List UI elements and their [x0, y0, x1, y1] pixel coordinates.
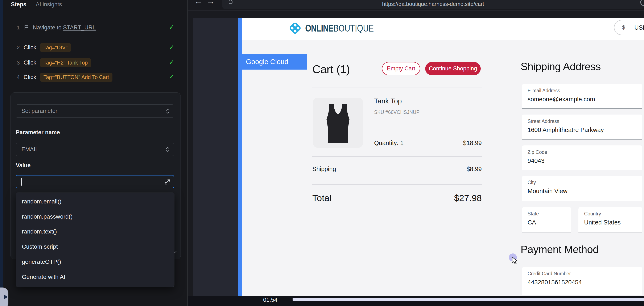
- viewport-gutter: [193, 18, 238, 296]
- sidebar-collapse-handle[interactable]: [0, 288, 8, 306]
- country-field[interactable]: Country United States: [578, 207, 642, 232]
- city-field-label: City: [528, 180, 642, 185]
- step-number: 3: [15, 60, 20, 66]
- product-quantity: Quantity: 1: [374, 140, 404, 146]
- dropdown-item-random-text[interactable]: random.text(): [22, 227, 168, 236]
- city-field-value: Mountain View: [528, 188, 642, 194]
- dropdown-item-random-password[interactable]: random.password(): [22, 212, 168, 221]
- forward-button[interactable]: →: [206, 0, 215, 6]
- step-row-4[interactable]: 4 Click Tag="BUTTON" Add To Cart: [15, 72, 170, 82]
- site-logo-text: ONLINEBOUTIQUE: [305, 22, 374, 35]
- flag-icon: [24, 25, 29, 30]
- currency-selector[interactable]: $ USD: [614, 20, 644, 35]
- divider: [312, 87, 482, 88]
- shipping-price: $8.99: [442, 166, 482, 172]
- shipping-address-title: Shipping Address: [520, 60, 601, 73]
- mouse-cursor-icon: [511, 256, 518, 265]
- dropdown-item-generate-with-ai[interactable]: Generate with AI: [22, 272, 168, 282]
- step-4-check-icon: ✓: [169, 73, 174, 81]
- set-parameter-placeholder: Set parameter: [22, 108, 166, 114]
- chevron-up-down-icon: [166, 146, 170, 152]
- set-parameter-select[interactable]: Set parameter: [16, 104, 174, 118]
- parameter-name-label: Parameter name: [16, 129, 60, 136]
- total-label: Total: [312, 193, 332, 203]
- google-cloud-banner-label: Google Cloud: [246, 54, 288, 70]
- parameter-name-value: EMAIL: [22, 146, 166, 153]
- product-price: $18.99: [442, 140, 482, 146]
- url-bar[interactable]: https://qa.boutique.harness-demo.site/ca…: [222, 0, 644, 9]
- browser-chrome: ← → https://qa.boutique.harness-demo.sit…: [188, 0, 644, 11]
- zip-field-label: Zip Code: [528, 150, 642, 155]
- credit-card-label: Credit Card Number: [528, 271, 642, 276]
- step-action: Click: [24, 74, 36, 80]
- site-logo[interactable]: ONLINEBOUTIQUE: [288, 22, 391, 35]
- left-accent-strip: [0, 0, 3, 306]
- step-row-2[interactable]: 2 Click Tag="DIV": [15, 43, 170, 52]
- country-field-label: Country: [584, 211, 642, 217]
- payment-method-title: Payment Method: [520, 243, 598, 256]
- shipping-label: Shipping: [312, 166, 336, 172]
- street-field-label: Street Address: [528, 118, 642, 124]
- email-field[interactable]: E-mail Address someone@example.com: [522, 84, 642, 109]
- email-field-value: someone@example.com: [528, 96, 642, 103]
- logo-text-light: BOUTIQUE: [333, 23, 374, 34]
- sidebar-tabs-divider: [3, 10, 187, 10]
- step-label: Navigate to START_URL: [33, 24, 96, 31]
- tab-ai-insights[interactable]: AI insights: [36, 1, 62, 8]
- step-row-1[interactable]: 1 Navigate to START_URL: [15, 23, 170, 32]
- step-number: 2: [15, 44, 20, 51]
- step-action: Click: [24, 44, 36, 51]
- step-1-check-icon: ✓: [169, 23, 174, 31]
- app-root: Steps AI insights 1 Navigate to START_UR…: [0, 0, 644, 306]
- cart-title: Cart (1): [312, 63, 350, 76]
- step-2-check-icon: ✓: [169, 43, 174, 51]
- product-name: Tank Top: [374, 97, 402, 105]
- street-field-value: 1600 Amphitheatre Parkway: [528, 126, 642, 134]
- empty-cart-button[interactable]: Empty Cart: [382, 62, 420, 75]
- value-label: Value: [16, 162, 31, 169]
- country-field-value: United States: [584, 219, 642, 226]
- player-timestamp: 01:54: [263, 297, 278, 303]
- product-sku: SKU #66VCHSJNUP: [374, 110, 420, 115]
- player-bar: [188, 296, 644, 306]
- sidebar-right-border: [187, 0, 188, 306]
- state-field[interactable]: State CA: [522, 207, 571, 232]
- value-suggestions-dropdown: random.email() random.password() random.…: [16, 192, 174, 287]
- step-target-badge: Tag="DIV": [40, 43, 71, 52]
- parameter-name-select[interactable]: EMAIL: [16, 143, 174, 156]
- url-text: https://qa.boutique.harness-demo.site/ca…: [222, 1, 644, 7]
- currency-code: USD: [634, 24, 644, 31]
- value-input[interactable]: [16, 175, 174, 188]
- online-boutique-logo-icon: [288, 22, 302, 35]
- dropdown-item-generate-otp[interactable]: generateOTP(): [22, 257, 168, 266]
- start-url-link[interactable]: START_URL: [63, 24, 96, 31]
- city-field[interactable]: City Mountain View: [522, 176, 642, 201]
- credit-card-field[interactable]: Credit Card Number 4432801561520454: [522, 267, 642, 295]
- google-cloud-banner: Google Cloud: [238, 54, 307, 70]
- step-action: Click: [24, 59, 36, 66]
- divider: [312, 184, 482, 185]
- back-button[interactable]: ←: [194, 0, 202, 6]
- zip-code-field[interactable]: Zip Code 94043: [522, 146, 642, 170]
- play-icon: [4, 295, 8, 299]
- credit-card-value: 4432801561520454: [528, 279, 642, 286]
- dropdown-item-custom-script[interactable]: Custom script: [22, 242, 168, 251]
- step-row-3[interactable]: 3 Click Tag="H2" Tank Top: [15, 58, 170, 67]
- step-3-check-icon: ✓: [169, 58, 174, 66]
- player-progress-bar[interactable]: [292, 298, 644, 301]
- dropdown-item-random-email[interactable]: random.email(): [22, 197, 168, 206]
- tab-steps[interactable]: Steps: [11, 1, 26, 8]
- continue-shopping-button[interactable]: Continue Shopping: [425, 62, 481, 75]
- state-field-label: State: [528, 211, 571, 217]
- empty-cart-label: Empty Cart: [387, 65, 415, 72]
- product-image: [313, 98, 363, 148]
- currency-symbol: $: [622, 24, 625, 31]
- street-address-field[interactable]: Street Address 1600 Amphitheatre Parkway: [522, 114, 642, 140]
- chevron-up-down-icon: [166, 108, 170, 114]
- expand-editor-icon[interactable]: [164, 179, 170, 185]
- reload-icon[interactable]: [639, 0, 644, 7]
- text-caret: [21, 178, 22, 186]
- tank-top-photo: [313, 98, 363, 148]
- total-price: $27.98: [420, 193, 482, 203]
- step-number: 4: [15, 74, 20, 80]
